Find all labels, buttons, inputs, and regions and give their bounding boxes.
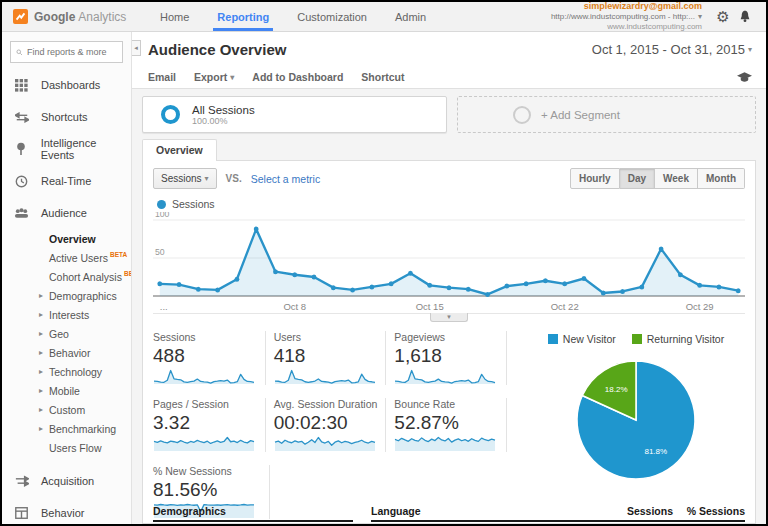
- svg-text:50: 50: [155, 247, 165, 257]
- nav-reporting[interactable]: Reporting: [203, 2, 283, 31]
- sessions-legend-label: Sessions: [172, 198, 215, 210]
- avg-session-duration-sparkline: [274, 435, 376, 452]
- subnav-behavior[interactable]: ▸Behavior: [49, 343, 131, 362]
- app-window: Google Analytics Home Reporting Customiz…: [0, 0, 768, 526]
- chevron-down-icon: ▾: [205, 174, 209, 183]
- new-visitor-swatch: [548, 334, 558, 344]
- account-switcher[interactable]: simplewizardry@gmail.com http://www.indu…: [551, 1, 702, 32]
- sidebar-item-behavior[interactable]: Behavior: [2, 497, 131, 524]
- metric-dropdown[interactable]: Sessions▾: [153, 168, 217, 189]
- subnav-cohort-analysis[interactable]: Cohort AnalysisBETA: [49, 267, 131, 286]
- education-button[interactable]: [737, 68, 752, 86]
- chart-x-labels: ...Oct 8Oct 15Oct 22Oct 29: [153, 300, 745, 313]
- report-action-bar: Email Export▾ Add to Dashboard Shortcut: [132, 66, 766, 89]
- notifications-button[interactable]: [734, 9, 756, 24]
- date-range-selector[interactable]: Oct 1, 2015 - Oct 31, 2015▾: [592, 42, 752, 57]
- tab-row: Overview: [142, 139, 756, 160]
- sidebar-item-intelligence-events[interactable]: Intelligence Events: [2, 133, 131, 165]
- svg-text:18.2%: 18.2%: [605, 385, 628, 394]
- realtime-icon: [14, 175, 29, 188]
- all-sessions-segment[interactable]: All Sessions 100.00%: [142, 96, 447, 133]
- chevron-down-icon: ▾: [748, 45, 752, 54]
- beta-badge: BETA: [124, 270, 132, 277]
- subnav-active-users[interactable]: Active UsersBETA: [49, 248, 131, 267]
- pie-legend: New Visitor Returning Visitor: [548, 333, 724, 345]
- visitor-type-section: New Visitor Returning Visitor 81.8%18.2%: [515, 331, 745, 523]
- expand-arrow-icon: ▸: [39, 424, 45, 433]
- subnav-benchmarking[interactable]: ▸Benchmarking: [49, 419, 131, 438]
- sidebar-item-audience[interactable]: Audience: [2, 197, 131, 229]
- google-analytics-logo[interactable]: Google Analytics: [2, 2, 134, 31]
- sidebar-item-shortcuts[interactable]: Shortcuts: [2, 101, 131, 133]
- audience-icon: [14, 207, 29, 219]
- subnav-demographics[interactable]: ▸Demographics: [49, 286, 131, 305]
- vs-label: VS.: [226, 173, 242, 184]
- x-tick-label: Oct 8: [283, 301, 306, 312]
- sessions-line-chart: 50100 ...Oct 8Oct 15Oct 22Oct 29: [153, 212, 745, 313]
- expand-arrow-icon: ▸: [39, 291, 45, 300]
- sidebar-item-dashboards[interactable]: Dashboards: [2, 69, 131, 101]
- pct-sessions-column-header[interactable]: % Sessions: [673, 505, 745, 517]
- segment-ring-icon: [161, 105, 180, 124]
- add-to-dashboard-button[interactable]: Add to Dashboard: [252, 71, 343, 83]
- sessions-chart-svg: 50100: [153, 212, 745, 300]
- scorecard-users: Users 418: [274, 331, 387, 385]
- subnav-mobile[interactable]: ▸Mobile: [49, 381, 131, 400]
- svg-text:100: 100: [155, 212, 170, 219]
- sidebar-item-acquisition[interactable]: Acquisition: [2, 465, 131, 497]
- granularity-month[interactable]: Month: [698, 168, 745, 189]
- lower-section: Sessions 488 Users 418: [153, 331, 745, 523]
- expand-arrow-icon: ▸: [39, 329, 45, 338]
- nav-admin[interactable]: Admin: [381, 2, 440, 31]
- settings-button[interactable]: ⚙: [712, 8, 734, 26]
- add-segment-button[interactable]: + Add Segment: [457, 96, 756, 133]
- nav-home[interactable]: Home: [146, 2, 203, 31]
- sidebar-collapse-button[interactable]: ◂: [132, 40, 141, 56]
- pages-per-session-sparkline: [153, 435, 255, 452]
- sidebar-item-label: Shortcuts: [41, 111, 87, 123]
- export-button[interactable]: Export▾: [194, 71, 234, 83]
- email-button[interactable]: Email: [148, 71, 176, 83]
- granularity-buttons: Hourly Day Week Month: [570, 168, 745, 189]
- expand-arrow-icon: ▸: [39, 367, 45, 376]
- sessions-sparkline: [153, 368, 255, 385]
- granularity-day[interactable]: Day: [620, 168, 655, 189]
- bottom-table-headers: Demographics Language Sessions % Session…: [153, 505, 745, 522]
- subnav-users-flow[interactable]: Users Flow: [49, 438, 131, 457]
- expand-arrow-icon: ▸: [39, 348, 45, 357]
- sidebar-search[interactable]: [10, 41, 123, 63]
- demographics-header: Demographics: [153, 505, 353, 522]
- x-tick-label: Oct 22: [551, 301, 579, 312]
- tab-overview[interactable]: Overview: [142, 139, 217, 161]
- account-email: simplewizardry@gmail.com: [551, 1, 702, 12]
- intelligence-icon: [14, 142, 29, 156]
- sidebar-item-real-time[interactable]: Real-Time: [2, 165, 131, 197]
- account-view: www.industcomputing.com: [551, 22, 702, 32]
- nav-customization[interactable]: Customization: [283, 2, 381, 31]
- subnav-interests[interactable]: ▸Interests: [49, 305, 131, 324]
- segment-name: All Sessions: [192, 104, 255, 116]
- legend-new-visitor: New Visitor: [548, 333, 616, 345]
- chart-divider: ▼: [153, 313, 745, 323]
- subnav-overview[interactable]: Overview: [49, 229, 131, 248]
- subnav-custom[interactable]: ▸Custom: [49, 400, 131, 419]
- bell-icon: [738, 9, 752, 24]
- chevron-down-icon[interactable]: ▾: [698, 12, 702, 21]
- brand-google: Google: [34, 10, 75, 24]
- search-icon: [16, 47, 23, 58]
- subnav-geo[interactable]: ▸Geo: [49, 324, 131, 343]
- sidebar-item-label: Real-Time: [41, 175, 91, 187]
- shortcut-button[interactable]: Shortcut: [361, 71, 404, 83]
- subnav-technology[interactable]: ▸Technology: [49, 362, 131, 381]
- search-input[interactable]: [27, 47, 117, 57]
- sessions-column-header[interactable]: Sessions: [615, 505, 673, 517]
- scorecard-avg-session-duration: Avg. Session Duration 00:02:30: [274, 398, 387, 452]
- brand-analytics: Analytics: [78, 10, 126, 24]
- granularity-week[interactable]: Week: [655, 168, 698, 189]
- granularity-hourly[interactable]: Hourly: [570, 168, 620, 189]
- x-tick-label: Oct 15: [416, 301, 444, 312]
- select-a-metric-link[interactable]: Select a metric: [251, 173, 320, 185]
- sidebar-item-label: Behavior: [41, 507, 84, 519]
- report-header: ◂ Audience Overview Oct 1, 2015 - Oct 31…: [132, 32, 766, 66]
- annotations-pull-tab[interactable]: ▼: [430, 313, 468, 322]
